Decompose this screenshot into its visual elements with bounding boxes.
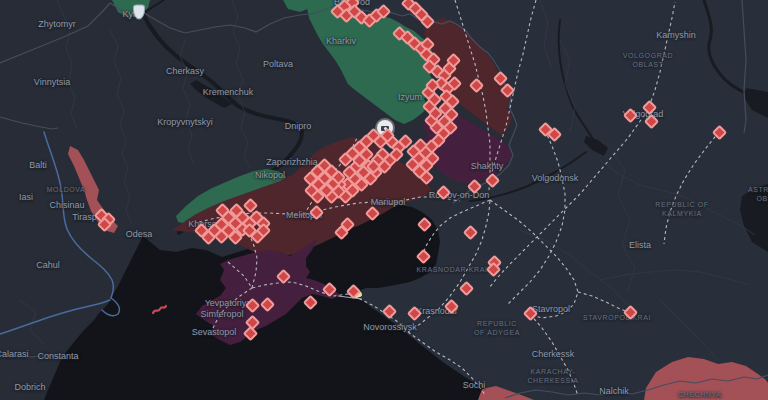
map-canvas[interactable]: ZhytomyrKyivCherkasyKremenchukVinnytsiaK… xyxy=(0,0,768,400)
basemap xyxy=(0,0,768,400)
